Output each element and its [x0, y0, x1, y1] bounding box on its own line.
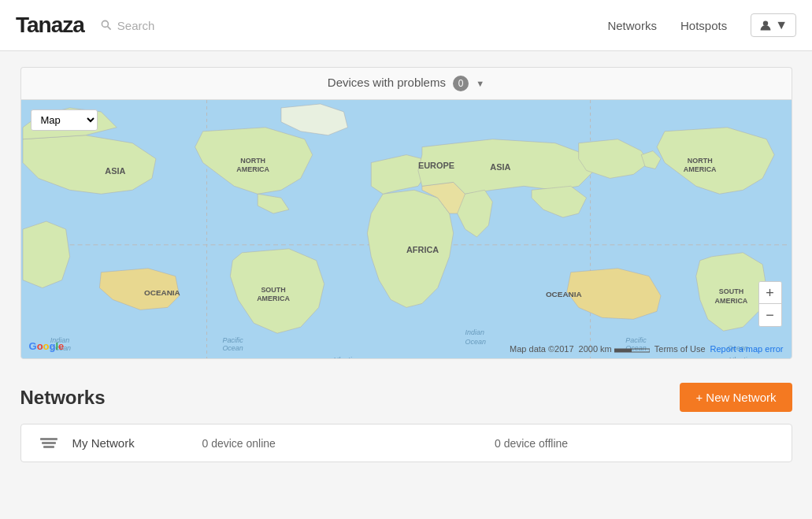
- logo: Tanaza: [16, 13, 84, 38]
- user-icon: [759, 19, 772, 32]
- search-icon: [100, 19, 113, 32]
- svg-text:Pacific: Pacific: [625, 336, 647, 344]
- problems-dropdown-caret[interactable]: ▼: [476, 79, 484, 88]
- svg-text:Indian: Indian: [465, 328, 484, 336]
- svg-point-0: [102, 20, 108, 27]
- svg-text:Ocean: Ocean: [222, 344, 243, 352]
- main-content: Devices with problems 0 ▼ Map Satellite …: [13, 67, 800, 462]
- svg-text:AMERICA: AMERICA: [683, 165, 716, 173]
- new-network-button[interactable]: + New Network: [680, 383, 792, 412]
- networks-section: Networks + New Network My Network 0 devi…: [20, 383, 792, 462]
- networks-header: Networks + New Network: [20, 383, 792, 412]
- svg-text:OCEANIA: OCEANIA: [144, 288, 180, 297]
- svg-text:AMERICA: AMERICA: [236, 165, 269, 173]
- map-type-select[interactable]: Map Satellite Hybrid Terrain: [31, 109, 98, 131]
- svg-text:SOUTH: SOUTH: [261, 286, 285, 294]
- nav-hotspots[interactable]: Hotspots: [680, 19, 727, 32]
- network-offline-stat: 0 device offline: [495, 437, 776, 450]
- svg-text:SOUTH: SOUTH: [718, 287, 743, 295]
- svg-text:ASIA: ASIA: [105, 166, 125, 176]
- user-menu-button[interactable]: ▼: [751, 13, 796, 37]
- svg-text:Atlantic: Atlantic: [331, 356, 355, 358]
- map-section: Devices with problems 0 ▼ Map Satellite …: [20, 67, 792, 359]
- svg-text:NORTH: NORTH: [687, 157, 712, 165]
- problems-bar: Devices with problems 0 ▼: [20, 67, 792, 99]
- terms-of-use-link[interactable]: Terms of Use: [654, 344, 706, 354]
- world-map: ASIA ASIA NORTH AMERICA NORTH AMERICA AF…: [21, 100, 792, 358]
- google-logo: Google: [29, 340, 65, 352]
- zoom-in-button[interactable]: +: [759, 282, 781, 304]
- map-footer: Map data ©2017 2000 km Terms of Use Repo…: [510, 344, 783, 354]
- svg-point-2: [763, 20, 768, 25]
- scale-line-svg: [614, 345, 650, 353]
- svg-text:EUROPE: EUROPE: [417, 161, 454, 170]
- network-stack-icon: [37, 438, 61, 448]
- svg-rect-34: [614, 349, 632, 352]
- report-map-error-link[interactable]: Report a map error: [710, 344, 784, 354]
- search-label: Search: [117, 19, 155, 32]
- zoom-controls: + −: [758, 281, 782, 327]
- network-online-stat: 0 device online: [202, 437, 484, 450]
- map-container: Map Satellite Hybrid Terrain: [20, 99, 792, 359]
- nav-networks[interactable]: Networks: [607, 19, 657, 32]
- svg-line-1: [107, 27, 110, 30]
- map-scale: 2000 km: [579, 344, 650, 354]
- header-nav: Networks Hotspots ▼: [607, 13, 796, 37]
- svg-text:Pacific: Pacific: [222, 336, 243, 344]
- svg-text:AMERICA: AMERICA: [257, 295, 290, 302]
- svg-text:ASIA: ASIA: [490, 162, 510, 172]
- scale-bar: 2000 km: [579, 344, 650, 354]
- network-name[interactable]: My Network: [72, 436, 191, 450]
- map-data-label: Map data ©2017: [510, 344, 574, 354]
- svg-text:Atlantic: Atlantic: [726, 356, 751, 358]
- problems-count: 0: [453, 76, 469, 91]
- user-caret: ▼: [775, 18, 788, 32]
- zoom-out-button[interactable]: −: [759, 304, 781, 326]
- svg-text:AMERICA: AMERICA: [714, 297, 747, 305]
- svg-text:OCEANIA: OCEANIA: [545, 290, 581, 298]
- search-area[interactable]: Search: [100, 19, 155, 32]
- svg-text:NORTH: NORTH: [240, 157, 265, 165]
- problems-label: Devices with problems: [328, 76, 446, 89]
- network-item: My Network 0 device online 0 device offl…: [21, 424, 792, 462]
- svg-text:AFRICA: AFRICA: [406, 245, 439, 254]
- networks-title: Networks: [20, 387, 106, 409]
- header: Tanaza Search Networks Hotspots ▼: [0, 0, 812, 51]
- network-list: My Network 0 device online 0 device offl…: [20, 424, 792, 462]
- svg-text:Ocean: Ocean: [465, 338, 485, 346]
